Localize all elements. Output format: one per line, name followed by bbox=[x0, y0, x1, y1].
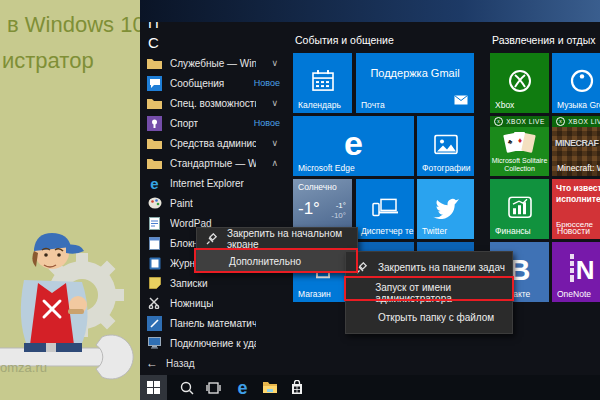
windows10-start-menu-screenshot: в Windows 10 · истратор bbox=[0, 0, 600, 400]
chevron-down-icon[interactable]: ∨ bbox=[271, 98, 278, 108]
tile-label: Календарь bbox=[298, 100, 341, 110]
xbox-live-banner: xXBOX LIVE bbox=[490, 116, 549, 127]
tile-label: Музыка Gro bbox=[557, 100, 600, 110]
menu-item-open-file-location[interactable]: Открыть папку с файлом bbox=[346, 305, 512, 330]
sidebar-heading-line2: истратор bbox=[2, 48, 94, 74]
app-item-internet-explorer[interactable]: e Internet Explorer bbox=[140, 173, 286, 193]
app-label: Ножницы bbox=[170, 298, 213, 309]
sticky-notes-icon bbox=[146, 275, 163, 292]
app-label: Подключение к удаленному р... bbox=[170, 338, 256, 349]
tile-label: Xbox bbox=[495, 100, 514, 110]
app-item-sluzhebnye[interactable]: Служебные — Windows ∨ bbox=[140, 53, 286, 73]
app-item-standartnye[interactable]: Стандартные — Windows ∧ bbox=[140, 153, 286, 173]
search-icon bbox=[180, 381, 194, 395]
tile-photos[interactable]: Фотографии bbox=[417, 116, 474, 176]
tile-group-header-1: События и общение bbox=[295, 34, 394, 46]
tile-solitaire[interactable]: xXBOX LIVE ♦♣ Microsoft Solitaire Collec… bbox=[490, 116, 549, 176]
edge-taskbar-button[interactable]: e bbox=[229, 375, 256, 400]
menu-item-label: Открыть папку с файлом bbox=[378, 312, 494, 323]
file-explorer-icon bbox=[262, 381, 278, 394]
tile-news[interactable]: Что извест исполнител Брюсселе Новости bbox=[552, 179, 600, 239]
desktop: П С Служебные — Windows ∨ Сообщения Ново… bbox=[140, 0, 600, 400]
xbox-icon bbox=[507, 68, 533, 94]
folder-icon bbox=[146, 95, 163, 112]
section-letter[interactable]: С bbox=[148, 34, 159, 51]
app-item-sport[interactable]: Спорт Новое bbox=[140, 113, 286, 133]
chevron-down-icon[interactable]: ∨ bbox=[271, 58, 278, 68]
paint-icon bbox=[146, 195, 163, 212]
tile-label: OneNote bbox=[557, 289, 591, 299]
wordpad-icon bbox=[146, 215, 163, 232]
chevron-down-icon[interactable]: ∨ bbox=[271, 138, 278, 148]
math-input-icon bbox=[146, 315, 163, 332]
store-icon bbox=[290, 380, 304, 395]
weather-temp: -1° bbox=[298, 199, 320, 219]
tile-xbox[interactable]: Xbox bbox=[490, 53, 549, 113]
section-letter-clipped[interactable]: П bbox=[148, 22, 159, 30]
app-label: Internet Explorer bbox=[170, 178, 244, 189]
tile-label: Диспетчер те... bbox=[361, 226, 414, 236]
app-item-sredstva-administrirovaniya[interactable]: Средства администрирован... ∨ bbox=[140, 133, 286, 153]
groove-icon bbox=[569, 68, 595, 94]
tile-finance[interactable]: Финансы bbox=[490, 179, 549, 239]
tile-calendar[interactable]: Календарь bbox=[293, 53, 352, 113]
watermark: omza.ru bbox=[0, 360, 47, 375]
new-badge: Новое bbox=[254, 78, 280, 88]
tile-label: Фотографии bbox=[422, 163, 471, 173]
tile-label: Магазин bbox=[298, 289, 331, 299]
app-label: Панель математического ввода bbox=[170, 318, 256, 329]
file-explorer-button[interactable] bbox=[256, 375, 283, 400]
tile-groove-music[interactable]: Музыка Gro bbox=[552, 53, 600, 113]
weather-high: -1° bbox=[336, 201, 346, 210]
app-item-nozhnitsy[interactable]: Ножницы bbox=[140, 293, 286, 313]
start-menu-app-list: П С Служебные — Windows ∨ Сообщения Ново… bbox=[140, 22, 286, 375]
tile-edge[interactable]: e Microsoft Edge bbox=[293, 116, 414, 176]
app-item-spec-vozmozhnosti[interactable]: Спец. возможности ∨ bbox=[140, 93, 286, 113]
task-view-button[interactable] bbox=[200, 375, 227, 400]
app-label: Сообщения bbox=[170, 78, 224, 89]
app-item-math-input[interactable]: Панель математического ввода bbox=[140, 313, 286, 333]
tile-label: Финансы bbox=[495, 226, 531, 236]
menu-item-pin-to-start[interactable]: Закрепить на начальном экране bbox=[197, 228, 357, 250]
app-label: Спец. возможности bbox=[170, 98, 256, 109]
tile-minecraft[interactable]: xXBOX LIVE MINECRAF Minecraft: W bbox=[552, 116, 600, 176]
tile-phone-companion[interactable]: Диспетчер те... bbox=[356, 179, 414, 239]
solitaire-cards-icon: ♦♣ bbox=[503, 130, 537, 156]
messaging-icon bbox=[146, 75, 163, 92]
xbox-live-icon: x bbox=[556, 117, 565, 126]
devices-icon bbox=[372, 197, 398, 217]
app-item-soobshcheniya[interactable]: Сообщения Новое bbox=[140, 73, 286, 93]
mail-icon bbox=[454, 91, 468, 109]
app-item-remote-desktop[interactable]: Подключение к удаленному р... bbox=[140, 333, 286, 353]
weather-low: -10° bbox=[331, 211, 346, 220]
folder-icon bbox=[146, 135, 163, 152]
finance-chart-icon bbox=[508, 196, 532, 218]
chevron-up-icon[interactable]: ∧ bbox=[271, 158, 278, 168]
article-sidebar: в Windows 10 · истратор bbox=[0, 0, 140, 400]
annotation-box-run-as-admin bbox=[344, 276, 514, 301]
search-button[interactable] bbox=[173, 375, 200, 400]
news-headline: Что извест исполнител bbox=[556, 183, 600, 204]
back-button[interactable]: ← Назад bbox=[146, 356, 195, 370]
scissors-icon bbox=[146, 295, 163, 312]
tile-label: Twitter bbox=[422, 226, 447, 236]
app-label: Спорт bbox=[170, 118, 198, 129]
xbox-live-icon: x bbox=[494, 117, 503, 126]
onenote-icon bbox=[564, 254, 574, 282]
tile-label: Microsoft Edge bbox=[298, 163, 355, 173]
tile-mail[interactable]: Поддержка Gmail Почта bbox=[356, 53, 474, 113]
store-taskbar-button[interactable] bbox=[283, 375, 310, 400]
app-label: Средства администрирован... bbox=[170, 138, 256, 149]
tile-onenote[interactable]: N OneNote bbox=[552, 242, 600, 302]
mail-live-headline: Поддержка Gmail bbox=[356, 67, 474, 79]
app-item-paint[interactable]: Paint bbox=[140, 193, 286, 213]
sidebar-heading-line1: в Windows 10 · bbox=[7, 12, 140, 38]
start-button[interactable] bbox=[140, 375, 167, 400]
svg-text:♦: ♦ bbox=[518, 136, 522, 145]
app-label: Служебные — Windows bbox=[170, 58, 256, 69]
app-item-zapiski[interactable]: Записки bbox=[140, 273, 286, 293]
tile-label: Почта bbox=[361, 100, 385, 110]
tile-group-header-2: Развлечения и отдых bbox=[492, 34, 596, 46]
tile-twitter[interactable]: Twitter bbox=[417, 179, 474, 239]
windows-logo-icon bbox=[147, 381, 160, 394]
